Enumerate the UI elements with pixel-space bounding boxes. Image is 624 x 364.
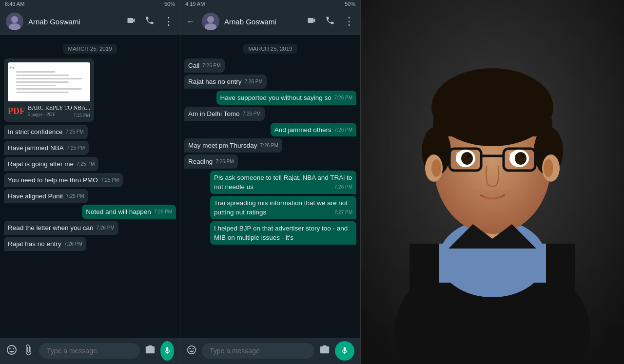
mic-button-middle[interactable] (335, 341, 354, 361)
pdf-line (16, 78, 82, 79)
battery-left: 50% (164, 1, 175, 7)
msg-rajat-no-entry-left: Rajat has no entry 7:26 PM (4, 237, 86, 251)
pdf-line (16, 92, 69, 93)
pdf-line (16, 81, 69, 83)
date-divider-left: MARCH 25, 2019 (4, 44, 176, 53)
time-left: 8:43 AM (5, 1, 24, 7)
svg-point-18 (461, 152, 473, 165)
wa-body-middle: MARCH 25, 2019 Call 7:26 PM Rajat has no… (180, 35, 360, 338)
svg-point-1 (11, 16, 18, 23)
msg-pls-ask: Pls ask someone to tell Rajat, NBA and T… (210, 171, 356, 194)
msg-may-meet-pm: May meet pm Thursday 7:26 PM (184, 138, 282, 153)
battery-middle: 50% (345, 1, 355, 7)
pdf-info: PDF BARC REPLY TO NBA... 5 pages · PDF 7… (8, 104, 90, 118)
msg-am-in-delhi: Am in Delhi Tomo 7:26 PM (184, 107, 265, 121)
wa-body-left: MARCH 25, 2019 ↪ P (0, 35, 180, 338)
person-photo (361, 0, 624, 364)
pdf-label: BARC REPLY TO NBA... (28, 104, 90, 112)
wa-header-middle-section: ← Arnab Goswami (186, 13, 276, 30)
pdf-attachment[interactable]: ↪ PDF BARC REPLY TO NBA... (4, 58, 94, 122)
pdf-line (16, 75, 69, 76)
header-icons-left: ⋮ (126, 15, 174, 28)
forward-icon: ↪ (10, 64, 15, 72)
msg-call: Call 7:26 PM (184, 58, 225, 73)
contact-name-middle: Arnab Goswami (224, 18, 276, 26)
chat-panel-left: 8:43 AM 50% Arnab Goswami (0, 0, 180, 364)
svg-point-22 (515, 152, 526, 165)
svg-point-19 (467, 154, 471, 158)
wa-header-left-section: Arnab Goswami (6, 13, 80, 30)
emoji-icon-middle[interactable] (186, 345, 197, 358)
avatar-left (6, 13, 23, 30)
svg-point-23 (521, 154, 525, 158)
pdf-line (16, 85, 56, 86)
wa-header-middle: ← Arnab Goswami ⋮ (180, 8, 360, 35)
msg-have-supported: Have supported you without saying so 7:2… (216, 91, 356, 105)
time-middle: 4:19 AM (185, 1, 205, 7)
msg-read-letter: Read the letter when you can 7:26 PM (4, 221, 118, 235)
msg-have-jammed-nba: Have jammed NBA 7:25 PM (4, 141, 89, 155)
chat-panel-middle: 4:19 AM 50% ← Arnab Goswami (180, 0, 361, 364)
message-input-middle[interactable] (202, 343, 314, 359)
pdf-preview: ↪ (8, 62, 90, 101)
photo-panel (361, 0, 624, 364)
main-container: 8:43 AM 50% Arnab Goswami (0, 0, 624, 364)
video-call-icon-left[interactable] (126, 16, 136, 28)
back-arrow-icon[interactable]: ← (186, 17, 195, 27)
svg-point-30 (544, 159, 553, 177)
svg-point-28 (431, 159, 441, 177)
pdf-line (16, 88, 82, 90)
svg-point-31 (456, 152, 461, 155)
attach-icon-left[interactable] (22, 344, 34, 358)
msg-jammed-others: And jammed others 7:26 PM (271, 123, 356, 137)
emoji-icon-left[interactable] (6, 344, 18, 358)
contact-name-left: Arnab Goswami (28, 18, 80, 26)
pdf-details: BARC REPLY TO NBA... 5 pages · PDF 7:25 … (28, 104, 90, 118)
video-call-icon-middle[interactable] (307, 16, 316, 28)
mic-button-left[interactable] (160, 341, 174, 361)
svg-rect-10 (439, 244, 546, 283)
msg-in-strict-confidence: In strict confidence 7:25 PM (4, 125, 88, 139)
svg-point-32 (508, 152, 513, 155)
person-illustration (361, 0, 624, 364)
phone-call-icon-middle[interactable] (325, 16, 335, 28)
msg-reading: Reading 7:26 PM (184, 154, 238, 169)
status-bar-left: 8:43 AM 50% (0, 0, 180, 8)
camera-icon-middle[interactable] (319, 345, 330, 358)
msg-helped-bjp: I helped BJP on that advertiser story to… (210, 221, 356, 245)
more-icon-middle[interactable]: ⋮ (344, 15, 354, 28)
msg-trai-spreading: Trai spreading mis information that we a… (210, 196, 356, 219)
msg-noted-will-happen: Noted and will happen 7:26 PM (82, 205, 176, 219)
status-bar-middle: 4:19 AM 50% (180, 0, 360, 8)
msg-rajat-no-entry-middle: Rajat has no entry 7:26 PM (184, 75, 267, 89)
header-icons-middle: ⋮ (307, 15, 354, 28)
wa-input-bar-middle (180, 338, 360, 364)
svg-point-4 (207, 16, 214, 23)
wa-header-left: Arnab Goswami ⋮ (0, 8, 180, 35)
phone-call-icon-left[interactable] (145, 16, 155, 28)
avatar-middle (202, 13, 219, 30)
msg-help-thru-pmo: You need to help me thru PMO 7:25 PM (4, 173, 123, 187)
camera-icon-left[interactable] (145, 345, 156, 358)
pdf-meta: 5 pages · PDF 7:25 PM (28, 112, 90, 117)
message-input-left[interactable] (39, 343, 140, 359)
pdf-preview-lines (16, 71, 82, 93)
msg-rajat-going-after: Rajat is going after me 7:25 PM (4, 157, 98, 171)
date-divider-middle: MARCH 25, 2019 (184, 44, 356, 53)
wa-input-bar-left (0, 338, 180, 364)
pdf-icon: PDF (8, 106, 25, 116)
more-icon-left[interactable]: ⋮ (163, 15, 174, 28)
msg-aligned-punit: Have aligned Punit 7:25 PM (4, 189, 88, 203)
pdf-line (16, 71, 56, 73)
